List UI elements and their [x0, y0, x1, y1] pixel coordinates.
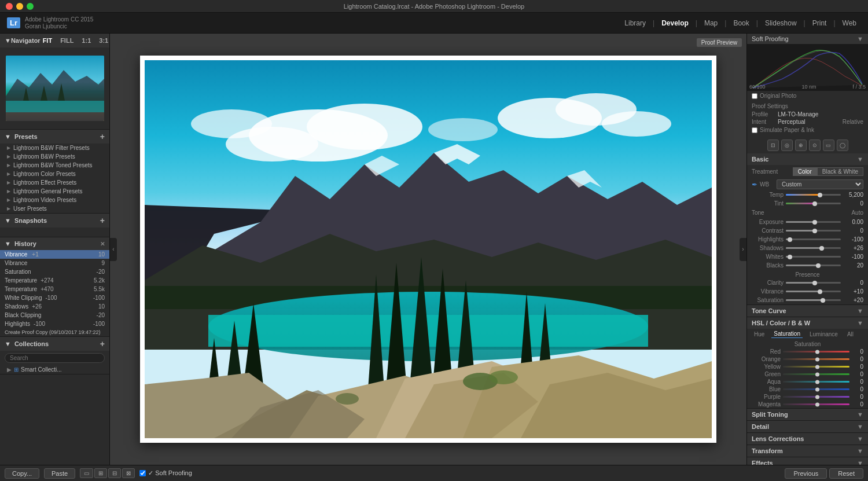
nav-slideshow[interactable]: Slideshow: [760, 17, 801, 30]
green-track[interactable]: [783, 373, 849, 375]
temp-thumb[interactable]: [818, 193, 822, 197]
filter-tool[interactable]: ▭: [823, 139, 834, 151]
tint-thumb[interactable]: [812, 201, 817, 206]
contrast-track[interactable]: [786, 230, 841, 232]
detail-header[interactable]: Detail ▼: [747, 421, 868, 432]
preset-item[interactable]: ▶Lightroom Effect Presets: [0, 178, 109, 187]
left-panel-collapse[interactable]: ‹: [110, 238, 117, 261]
purple-track[interactable]: [783, 396, 849, 398]
auto-btn[interactable]: Auto: [851, 210, 863, 216]
original-photo-checkbox[interactable]: [752, 93, 757, 99]
magenta-thumb[interactable]: [815, 402, 819, 406]
copy-button[interactable]: Copy...: [5, 468, 39, 479]
tone-curve-header[interactable]: Tone Curve ▼: [747, 305, 868, 317]
collections-add[interactable]: +: [100, 340, 105, 348]
highlights-thumb[interactable]: [788, 237, 792, 242]
vibrance-thumb[interactable]: [818, 289, 822, 294]
minimize-button[interactable]: [16, 3, 23, 10]
nav-map[interactable]: Map: [700, 17, 722, 30]
zoom-fit[interactable]: FIT: [41, 36, 55, 45]
history-item[interactable]: Vibrance 9: [0, 259, 109, 267]
hsl-tab-all[interactable]: All: [845, 331, 856, 338]
red-track[interactable]: [783, 351, 849, 353]
history-item[interactable]: Temperature +470 5.5k: [0, 285, 109, 293]
magenta-track[interactable]: [783, 403, 849, 405]
split-toning-header[interactable]: Split Toning ▼: [747, 409, 868, 420]
preset-item[interactable]: ▶Lightroom B&W Presets: [0, 152, 109, 161]
snapshots-header[interactable]: ▼ Snapshots +: [0, 214, 109, 227]
whites-thumb[interactable]: [788, 255, 792, 259]
spot-tool[interactable]: ◎: [781, 139, 793, 151]
highlights-track[interactable]: [786, 238, 841, 240]
saturation-thumb[interactable]: [821, 298, 825, 303]
history-header[interactable]: ▼ History ✕: [0, 237, 109, 250]
history-clear[interactable]: ✕: [100, 241, 105, 247]
history-item[interactable]: Highlights -100 -100: [0, 320, 109, 328]
radial-tool[interactable]: ◯: [837, 139, 848, 151]
hsl-tab-saturation[interactable]: Saturation: [771, 330, 803, 338]
snapshots-add[interactable]: +: [100, 216, 105, 225]
history-item[interactable]: Shadows +26 10: [0, 302, 109, 311]
history-item[interactable]: Black Clipping -20: [0, 311, 109, 320]
zoom-1-1[interactable]: 1:1: [79, 36, 93, 45]
exposure-thumb[interactable]: [812, 220, 817, 225]
preset-item[interactable]: ▶Lightroom Color Presets: [0, 170, 109, 178]
shadows-thumb[interactable]: [819, 246, 824, 251]
history-item-vibrance-active[interactable]: Vibrance +1 10: [0, 250, 109, 259]
nav-develop[interactable]: Develop: [657, 17, 693, 30]
temp-track[interactable]: [786, 194, 841, 196]
orange-thumb[interactable]: [815, 357, 819, 361]
basic-header[interactable]: Basic ▼: [747, 153, 868, 165]
soft-proof-toggle[interactable]: ✓ Soft Proofing: [139, 469, 192, 477]
purple-thumb[interactable]: [815, 395, 819, 399]
saturation-track[interactable]: [786, 299, 841, 301]
vibrance-track[interactable]: [786, 291, 841, 292]
maximize-button[interactable]: [27, 3, 34, 10]
reset-button[interactable]: Reset: [829, 468, 863, 479]
simulate-checkbox[interactable]: [752, 127, 757, 133]
crop-tool[interactable]: ⊡: [767, 139, 779, 151]
wb-select[interactable]: Custom As Shot Auto Daylight Cloudy Shad…: [777, 179, 863, 189]
right-panel-collapse[interactable]: ›: [740, 238, 746, 261]
history-item-proof-copy[interactable]: Create Proof Copy (09/10/2017 19:47:22): [0, 328, 109, 336]
clarity-thumb[interactable]: [812, 281, 817, 285]
whites-track[interactable]: [786, 256, 841, 258]
close-button[interactable]: [6, 3, 13, 10]
yellow-thumb[interactable]: [815, 365, 819, 369]
view-compare[interactable]: ⊞: [94, 468, 107, 478]
collections-search-input[interactable]: [5, 353, 105, 363]
preset-item[interactable]: ▶Lightroom B&W Filter Presets: [0, 144, 109, 152]
view-filmstrip[interactable]: ⊠: [122, 468, 135, 478]
zoom-fill[interactable]: FILL: [58, 36, 76, 45]
history-item[interactable]: White Clipping -100 -100: [0, 293, 109, 302]
yellow-track[interactable]: [783, 366, 849, 368]
preset-item[interactable]: ▶Lightroom B&W Toned Presets: [0, 161, 109, 170]
view-single[interactable]: ▭: [80, 468, 93, 478]
lens-corrections-header[interactable]: Lens Corrections ▼: [747, 433, 868, 445]
shadows-track[interactable]: [786, 247, 841, 249]
soft-proof-checkbox[interactable]: [139, 470, 146, 476]
soft-proofing-toggle[interactable]: ▼: [857, 35, 863, 42]
blue-track[interactable]: [783, 388, 849, 390]
aqua-thumb[interactable]: [815, 380, 819, 384]
hsl-tab-luminance[interactable]: Luminance: [807, 331, 840, 338]
navigator-header[interactable]: ▼ Navigator FIT FILL 1:1 3:1: [0, 34, 109, 47]
hsl-tab-hue[interactable]: Hue: [752, 331, 767, 338]
paste-button[interactable]: Paste: [44, 468, 75, 479]
hsl-header[interactable]: HSL / Color / B & W ▼: [747, 317, 868, 329]
history-item[interactable]: Saturation -20: [0, 267, 109, 276]
preset-item[interactable]: ▶Lightroom Video Presets: [0, 196, 109, 204]
orange-track[interactable]: [783, 358, 849, 360]
brush-tool[interactable]: ⊙: [809, 139, 821, 151]
nav-book[interactable]: Book: [729, 17, 753, 30]
treatment-color[interactable]: Color: [793, 167, 817, 176]
nav-web[interactable]: Web: [838, 17, 861, 30]
redeye-tool[interactable]: ⊕: [795, 139, 807, 151]
blue-thumb[interactable]: [815, 387, 819, 391]
treatment-bw[interactable]: Black & White: [817, 167, 863, 176]
aqua-track[interactable]: [783, 381, 849, 383]
collection-smart[interactable]: ▶ ⊞ Smart Collecti...: [0, 365, 109, 374]
preset-item[interactable]: ▶Lightroom General Presets: [0, 187, 109, 196]
nav-print[interactable]: Print: [808, 17, 832, 30]
view-survey[interactable]: ⊟: [108, 468, 121, 478]
